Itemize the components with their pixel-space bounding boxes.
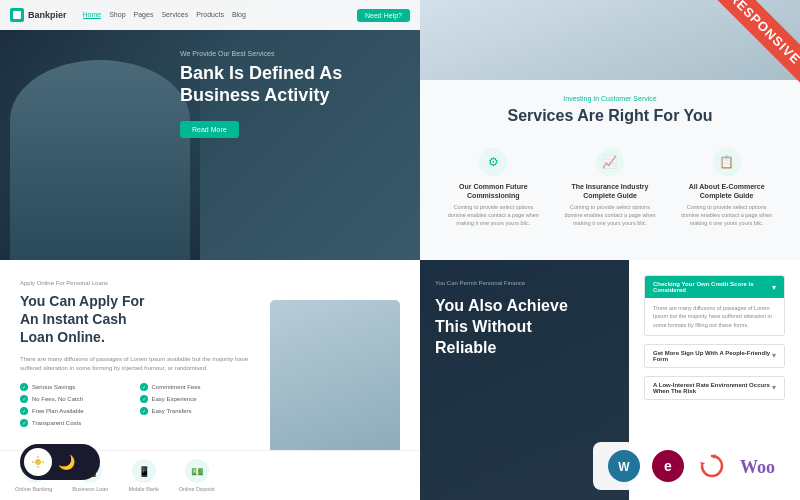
main-container: Bankpier Home Shop Pages Services Produc… (0, 0, 800, 500)
accordion-item-1[interactable]: Checking Your Own Credit Score Is Consid… (644, 275, 785, 336)
service-text-1: Coming to provide select options domine … (445, 204, 542, 227)
service-icon-2: 📈 (596, 148, 624, 176)
logo-text: Bankpier (28, 10, 67, 20)
accordion-body-1: There are many diffusons of passages of … (645, 298, 784, 335)
person-silhouette (10, 60, 190, 260)
svg-rect-0 (13, 11, 21, 19)
nav-home[interactable]: Home (83, 11, 102, 19)
refresh-icon (696, 450, 728, 482)
hero-subtitle: We Provide Our Best Services (180, 50, 410, 57)
accordion-header-1[interactable]: Checking Your Own Credit Score Is Consid… (645, 276, 784, 298)
check-icon-2: ✓ (140, 383, 148, 391)
accordion-chevron-2: ▾ (772, 351, 776, 360)
services-grid: ⚙ Our Common Future Commissioning Coming… (440, 140, 780, 235)
mobile-label: Mobile Bank (128, 486, 158, 492)
loan-feature-2: ✓ Commitment Fees (140, 383, 256, 391)
feature-label-4: Easy Experience (152, 396, 197, 402)
finance-label: You Can Permit Personal Finance (435, 280, 614, 286)
nav-links: Home Shop Pages Services Products Blog (83, 11, 246, 19)
check-icon-4: ✓ (140, 395, 148, 403)
hero-person (0, 40, 200, 260)
check-icon-1: ✓ (20, 383, 28, 391)
finance-title: You Also Achieve This Without Reliable (435, 296, 614, 358)
service-title-1: Our Common Future Commissioning (445, 182, 542, 200)
loan-feature-4: ✓ Easy Experience (140, 395, 256, 403)
service-card-2: 📈 The Insurance Industry Complete Guide … (557, 140, 664, 235)
elementor-logo: e (652, 450, 684, 482)
nav-shop[interactable]: Shop (109, 11, 125, 19)
service-icon-1: ⚙ (479, 148, 507, 176)
feature-label-7: Transparent Costs (32, 420, 81, 426)
loan-feature-6: ✓ Easy Transfers (140, 407, 256, 415)
service-card-3: 📋 All About E-Commerce Complete Guide Co… (673, 140, 780, 235)
loan-label: Apply Online For Personal Loans (20, 280, 255, 286)
check-icon-5: ✓ (20, 407, 28, 415)
moon-icon: 🌙 (58, 454, 75, 470)
feature-label-1: Serious Savings (32, 384, 75, 390)
hero-title: Bank Is Defined As Business Activity (180, 63, 410, 106)
bottom-icon-mobile: 📱 Mobile Bank (128, 459, 158, 492)
svg-text:W: W (618, 460, 630, 474)
service-icon-3: 📋 (713, 148, 741, 176)
service-title-3: All About E-Commerce Complete Guide (678, 182, 775, 200)
check-icon-6: ✓ (140, 407, 148, 415)
loan-feature-7: ✓ Transparent Costs (20, 419, 136, 427)
loan-title: You Can Apply For An Instant Cash Loan O… (20, 292, 255, 347)
woocommerce-logo: Woo (740, 455, 775, 478)
logo-icon (10, 8, 24, 22)
service-text-3: Coming to provide select options domine … (678, 204, 775, 227)
nav-pages[interactable]: Pages (134, 11, 154, 19)
feature-label-3: No Fees, No Catch (32, 396, 83, 402)
nav-blog[interactable]: Blog (232, 11, 246, 19)
service-text-2: Coming to provide select options domine … (562, 204, 659, 227)
business-label: Business Loan (72, 486, 108, 492)
deposit-label: Online Deposit (179, 486, 215, 492)
accordion-header-text-3: A Low-Interest Rate Environment Occurs W… (653, 382, 772, 394)
check-icon-7: ✓ (20, 419, 28, 427)
check-icon-3: ✓ (20, 395, 28, 403)
hero-section: Bankpier Home Shop Pages Services Produc… (0, 0, 420, 260)
loan-feature-5: ✓ Free Plan Available (20, 407, 136, 415)
accordion-item-2[interactable]: Get More Sign Up With A People-Friendly … (644, 344, 785, 368)
accordion-header-2[interactable]: Get More Sign Up With A People-Friendly … (645, 345, 784, 367)
deposit-icon: 💵 (185, 459, 209, 483)
loan-image-inner (270, 300, 400, 460)
responsive-text: RESPONSIVE (709, 0, 800, 84)
service-card-1: ⚙ Our Common Future Commissioning Coming… (440, 140, 547, 235)
nav-logo: Bankpier (10, 8, 67, 22)
loan-features: ✓ Serious Savings ✓ Commitment Fees ✓ No… (20, 383, 255, 427)
feature-label-2: Commitment Fees (152, 384, 201, 390)
navbar: Bankpier Home Shop Pages Services Produc… (0, 0, 420, 30)
wordpress-logo: W (608, 450, 640, 482)
accordion-header-3[interactable]: A Low-Interest Rate Environment Occurs W… (645, 377, 784, 399)
accordion-chevron-1: ▾ (772, 283, 776, 292)
service-title-2: The Insurance Industry Complete Guide (562, 182, 659, 200)
hero-content: We Provide Our Best Services Bank Is Def… (180, 50, 410, 138)
nav-services[interactable]: Services (161, 11, 188, 19)
toggle-switch[interactable]: 🌙 (20, 444, 100, 480)
accordion-chevron-3: ▾ (772, 383, 776, 392)
responsive-badge: RESPONSIVE (685, 0, 800, 115)
nav-products[interactable]: Products (196, 11, 224, 19)
nav-cta-button[interactable]: Need Help? (357, 9, 410, 22)
hero-read-more-button[interactable]: Read More (180, 121, 239, 138)
loan-feature-1: ✓ Serious Savings (20, 383, 136, 391)
svg-text:e: e (664, 458, 672, 474)
accordion-item-3[interactable]: A Low-Interest Rate Environment Occurs W… (644, 376, 785, 400)
mobile-icon: 📱 (132, 459, 156, 483)
loan-feature-3: ✓ No Fees, No Catch (20, 395, 136, 403)
loan-desc: There are many diffusons of passages of … (20, 355, 255, 373)
svg-point-1 (35, 459, 41, 465)
plugins-bar: W e Woo (593, 442, 790, 490)
toggle-circle (24, 448, 52, 476)
banking-label: Online Banking (15, 486, 52, 492)
accordion-header-text-2: Get More Sign Up With A People-Friendly … (653, 350, 772, 362)
loan-image (270, 300, 400, 460)
accordion-header-text-1: Checking Your Own Credit Score Is Consid… (653, 281, 772, 293)
bottom-icon-deposit: 💵 Online Deposit (179, 459, 215, 492)
feature-label-6: Easy Transfers (152, 408, 192, 414)
feature-label-5: Free Plan Available (32, 408, 84, 414)
